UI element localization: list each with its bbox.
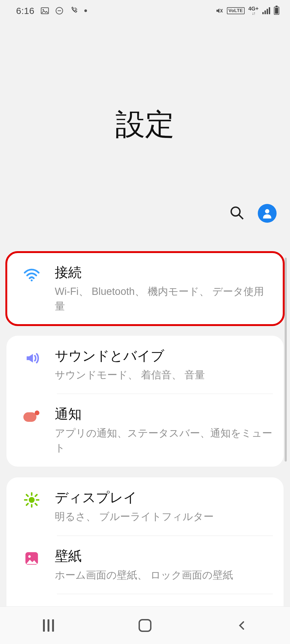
brightness-icon	[18, 490, 45, 510]
item-subtitle: ホーム画面の壁紙、 ロック画面の壁紙	[55, 568, 273, 583]
svg-point-1	[42, 9, 44, 10]
svg-point-12	[29, 497, 35, 503]
settings-card-connections: 接続 Wi-Fi、 Bluetooth、 機内モード、 データ使用量	[6, 252, 284, 325]
svg-point-8	[265, 209, 269, 213]
settings-card-display-group: ディスプレイ 明るさ、 ブルーライトフィルター 壁紙 ホーム画面の壁紙、 ロック…	[6, 477, 284, 623]
status-bar: 6:16 VoLTE 4G+ ↓↑	[0, 0, 290, 21]
toolbar	[229, 204, 277, 223]
svg-rect-10	[23, 412, 37, 422]
scroll-indicator[interactable]	[285, 258, 287, 462]
item-title: 接続	[55, 264, 273, 281]
svg-line-20	[35, 495, 37, 496]
settings-item-notifications[interactable]: 通知 アプリの通知、ステータスバー、通知をミュート	[6, 394, 284, 467]
gallery-notif-icon	[41, 7, 49, 14]
svg-line-18	[35, 504, 37, 505]
svg-line-19	[27, 504, 28, 505]
settings-item-sound[interactable]: サウンドとバイブ サウンドモード、 着信音、 音量	[6, 336, 284, 394]
sound-icon	[18, 349, 45, 368]
svg-line-17	[27, 495, 28, 496]
svg-point-11	[35, 411, 39, 415]
svg-point-22	[28, 555, 31, 558]
page-title: 設定	[0, 105, 290, 145]
notifications-icon	[18, 407, 45, 426]
svg-point-9	[31, 279, 32, 281]
settings-item-connections[interactable]: 接続 Wi-Fi、 Bluetooth、 機内モード、 データ使用量	[6, 252, 284, 325]
settings-item-wallpaper[interactable]: 壁紙 ホーム画面の壁紙、 ロック画面の壁紙	[6, 536, 284, 594]
status-time: 6:16	[16, 6, 34, 16]
volte-badge: VoLTE	[227, 7, 245, 14]
svg-point-6	[231, 207, 240, 216]
wifi-icon	[18, 265, 45, 284]
nav-home-button[interactable]	[135, 616, 155, 635]
item-title: 壁紙	[55, 547, 273, 565]
more-notif-dot-icon	[84, 9, 87, 12]
home-icon	[139, 619, 151, 632]
search-icon	[229, 205, 244, 220]
recents-icon	[43, 619, 54, 632]
svg-line-7	[239, 215, 243, 219]
item-title: サウンドとバイブ	[55, 347, 273, 365]
settings-card-sound-notif: サウンドとバイブ サウンドモード、 着信音、 音量 通知 アプリの通知、ステータ…	[6, 336, 284, 467]
account-button[interactable]	[258, 204, 277, 223]
item-subtitle: Wi-Fi、 Bluetooth、 機内モード、 データ使用量	[55, 284, 273, 314]
nav-recents-button[interactable]	[39, 616, 58, 635]
search-button[interactable]	[229, 205, 244, 221]
item-title: 通知	[55, 405, 273, 423]
status-bar-right: VoLTE 4G+ ↓↑	[215, 6, 279, 16]
item-subtitle: 明るさ、 ブルーライトフィルター	[55, 509, 273, 524]
navigation-bar	[0, 606, 290, 644]
wallpaper-icon	[18, 549, 45, 568]
back-icon	[236, 620, 247, 631]
call-notif-icon	[70, 7, 78, 15]
account-icon	[261, 207, 273, 219]
battery-icon	[274, 7, 279, 15]
item-subtitle: サウンドモード、 着信音、 音量	[55, 368, 273, 382]
item-subtitle: アプリの通知、ステータスバー、通知をミュート	[55, 426, 273, 455]
dnd-notif-icon	[55, 7, 63, 15]
settings-list: 接続 Wi-Fi、 Bluetooth、 機内モード、 データ使用量 サウンドと…	[6, 252, 284, 623]
status-bar-left: 6:16	[16, 6, 87, 16]
mute-vibrate-icon	[215, 7, 223, 15]
settings-item-display[interactable]: ディスプレイ 明るさ、 ブルーライトフィルター	[6, 477, 284, 535]
network-type-label: 4G+ ↓↑	[248, 6, 259, 16]
item-title: ディスプレイ	[55, 489, 273, 507]
nav-back-button[interactable]	[232, 616, 251, 635]
signal-bars-icon	[262, 7, 270, 14]
